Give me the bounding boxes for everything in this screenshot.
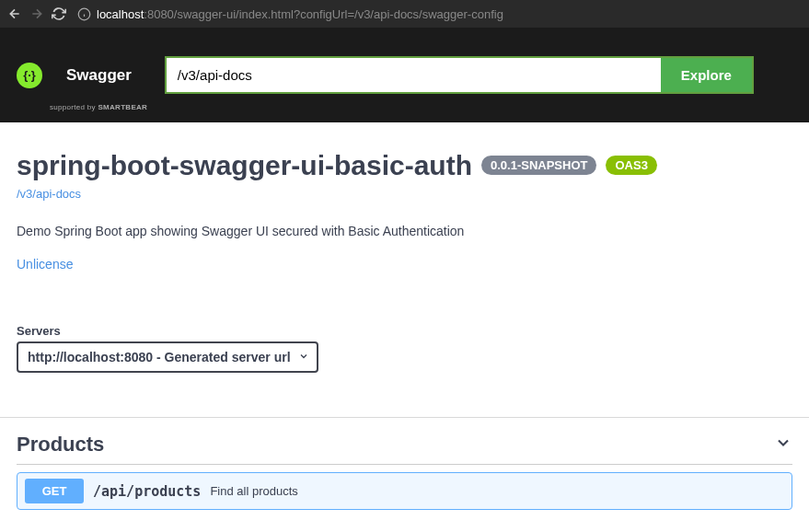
url-text: localhost:8080/swagger-ui/index.html?con…	[97, 7, 503, 21]
url-field[interactable]: localhost:8080/swagger-ui/index.html?con…	[77, 7, 802, 21]
swagger-topbar: {·} Swagger supported by SMARTBEAR Explo…	[0, 28, 809, 122]
api-title: spring-boot-swagger-ui-basic-auth	[17, 150, 472, 181]
version-badge: 0.0.1-SNAPSHOT	[481, 156, 596, 175]
swagger-logo-icon: {·}	[17, 63, 42, 88]
api-docs-link[interactable]: /v3/api-docs	[17, 187, 81, 201]
oas-badge: OAS3	[606, 156, 656, 175]
reload-button[interactable]	[52, 6, 66, 21]
logo-text: Swagger	[50, 39, 148, 103]
server-select[interactable]: http://localhost:8080 - Generated server…	[17, 341, 318, 373]
info-icon	[77, 7, 91, 21]
api-description: Demo Spring Boot app showing Swagger UI …	[17, 224, 792, 238]
back-button[interactable]	[7, 6, 22, 21]
tag-divider	[17, 464, 792, 465]
operation-get-products[interactable]: GET /api/products Find all products	[17, 472, 792, 510]
operation-summary: Find all products	[210, 484, 297, 498]
license-link[interactable]: Unlicense	[17, 257, 73, 272]
http-method-badge: GET	[25, 479, 84, 503]
tag-products[interactable]: Products	[17, 418, 792, 464]
operation-path: /api/products	[93, 483, 201, 500]
chevron-down-icon	[774, 434, 792, 456]
servers-label: Servers	[17, 324, 792, 338]
browser-address-bar: localhost:8080/swagger-ui/index.html?con…	[0, 0, 809, 28]
forward-button[interactable]	[29, 6, 44, 21]
tag-name: Products	[17, 433, 104, 457]
logo-subtext: supported by SMARTBEAR	[50, 103, 148, 111]
explore-button[interactable]: Explore	[661, 56, 754, 94]
swagger-logo: {·} Swagger supported by SMARTBEAR	[17, 39, 148, 111]
spec-url-input[interactable]	[165, 56, 661, 94]
